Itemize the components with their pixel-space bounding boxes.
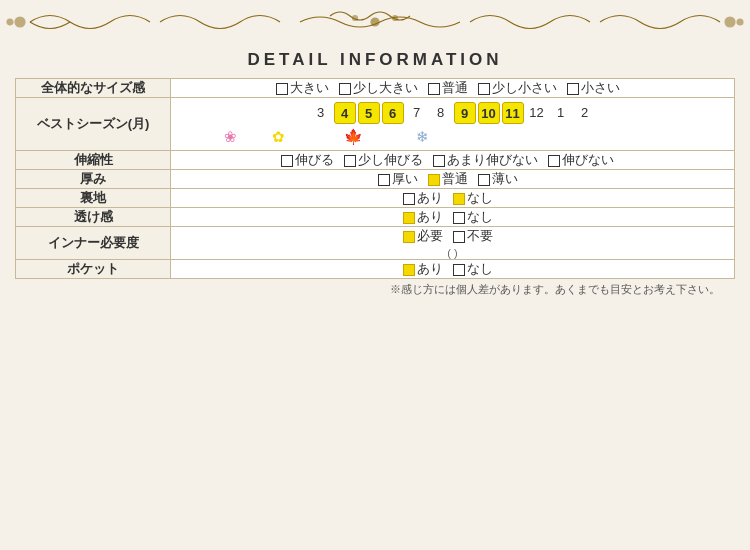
checkbox-item-4-0: あり bbox=[403, 189, 443, 207]
checkbox-item-3-1: 普通 bbox=[428, 170, 468, 188]
checkbox-group-5: ありなし bbox=[171, 208, 734, 226]
checkbox-unchecked[interactable] bbox=[276, 83, 288, 95]
svg-point-1 bbox=[7, 19, 13, 25]
checkbox-unchecked[interactable] bbox=[453, 231, 465, 243]
season-month-11: 11 bbox=[502, 102, 524, 124]
checkbox-label-2-0: 伸びる bbox=[295, 152, 334, 167]
checkbox-unchecked[interactable] bbox=[567, 83, 579, 95]
detail-table: 全体的なサイズ感大きい少し大きい普通少し小さい小さいベストシーズン(月)3456… bbox=[15, 78, 735, 279]
checkbox-label-0-4: 小さい bbox=[581, 80, 620, 95]
winter-icon: ❄ bbox=[416, 128, 429, 146]
checkbox-item-0-3: 少し小さい bbox=[478, 79, 557, 97]
checkbox-label-2-3: 伸びない bbox=[562, 152, 614, 167]
checkbox-label-7-0: あり bbox=[417, 261, 443, 276]
value-cell-7: ありなし bbox=[171, 260, 735, 279]
checkbox-checked[interactable] bbox=[403, 212, 415, 224]
checkbox-unchecked[interactable] bbox=[378, 174, 390, 186]
checkbox-label-0-2: 普通 bbox=[442, 80, 468, 95]
checkbox-item-0-2: 普通 bbox=[428, 79, 468, 97]
label-cell-3: 厚み bbox=[16, 170, 171, 189]
checkbox-item-4-1: なし bbox=[453, 189, 493, 207]
checkbox-label-4-0: あり bbox=[417, 190, 443, 205]
label-cell-0: 全体的なサイズ感 bbox=[16, 79, 171, 98]
checkbox-unchecked[interactable] bbox=[433, 155, 445, 167]
checkbox-unchecked[interactable] bbox=[548, 155, 560, 167]
inner-note: ( ) bbox=[171, 247, 734, 259]
checkbox-unchecked[interactable] bbox=[428, 83, 440, 95]
value-cell-4: ありなし bbox=[171, 189, 735, 208]
season-month-8: 8 bbox=[430, 102, 452, 124]
checkbox-label-5-1: なし bbox=[467, 209, 493, 224]
checkbox-item-2-3: 伸びない bbox=[548, 151, 614, 169]
checkbox-checked[interactable] bbox=[428, 174, 440, 186]
checkbox-checked[interactable] bbox=[403, 231, 415, 243]
checkbox-label-0-3: 少し小さい bbox=[492, 80, 557, 95]
label-cell-2: 伸縮性 bbox=[16, 151, 171, 170]
season-numbers: 345678910111212 bbox=[300, 98, 606, 128]
checkbox-checked[interactable] bbox=[403, 264, 415, 276]
checkbox-label-3-1: 普通 bbox=[442, 171, 468, 186]
checkbox-item-2-1: 少し伸びる bbox=[344, 151, 423, 169]
checkbox-item-3-0: 厚い bbox=[378, 170, 418, 188]
summer-icon: ✿ bbox=[272, 128, 285, 146]
season-container: 345678910111212❀✿🍁❄ bbox=[171, 98, 734, 150]
checkbox-item-0-1: 少し大きい bbox=[339, 79, 418, 97]
checkbox-label-3-0: 厚い bbox=[392, 171, 418, 186]
checkbox-unchecked[interactable] bbox=[478, 83, 490, 95]
footer-note: ※感じ方には個人差があります。あくまでも目安とお考え下さい。 bbox=[15, 279, 735, 297]
checkbox-unchecked[interactable] bbox=[339, 83, 351, 95]
checkbox-label-6-0: 必要 bbox=[417, 228, 443, 243]
checkbox-unchecked[interactable] bbox=[344, 155, 356, 167]
checkbox-item-3-2: 薄い bbox=[478, 170, 518, 188]
checkbox-group-2: 伸びる少し伸びるあまり伸びない伸びない bbox=[171, 151, 734, 169]
checkbox-unchecked[interactable] bbox=[453, 212, 465, 224]
value-cell-1: 345678910111212❀✿🍁❄ bbox=[171, 98, 735, 151]
season-month-3: 3 bbox=[310, 102, 332, 124]
checkbox-label-0-0: 大きい bbox=[290, 80, 329, 95]
value-cell-5: ありなし bbox=[171, 208, 735, 227]
checkbox-label-4-1: なし bbox=[467, 190, 493, 205]
checkbox-unchecked[interactable] bbox=[403, 193, 415, 205]
checkbox-item-2-0: 伸びる bbox=[281, 151, 334, 169]
checkbox-item-6-1: 不要 bbox=[453, 227, 493, 245]
spring-icon: ❀ bbox=[224, 128, 237, 146]
checkbox-item-0-4: 小さい bbox=[567, 79, 620, 97]
checkbox-label-0-1: 少し大きい bbox=[353, 80, 418, 95]
checkbox-unchecked[interactable] bbox=[478, 174, 490, 186]
label-cell-7: ポケット bbox=[16, 260, 171, 279]
season-month-12: 12 bbox=[526, 102, 548, 124]
label-cell-4: 裏地 bbox=[16, 189, 171, 208]
decorative-border-top bbox=[0, 0, 750, 44]
value-cell-0: 大きい少し大きい普通少し小さい小さい bbox=[171, 79, 735, 98]
checkbox-group-3: 厚い普通薄い bbox=[171, 170, 734, 188]
checkbox-label-2-2: あまり伸びない bbox=[447, 152, 538, 167]
season-month-2: 2 bbox=[574, 102, 596, 124]
checkbox-unchecked[interactable] bbox=[281, 155, 293, 167]
svg-point-3 bbox=[737, 19, 743, 25]
checkbox-group-4: ありなし bbox=[171, 189, 734, 207]
checkbox-item-2-2: あまり伸びない bbox=[433, 151, 538, 169]
season-month-9: 9 bbox=[454, 102, 476, 124]
checkbox-group-7: ありなし bbox=[171, 260, 734, 278]
svg-point-2 bbox=[725, 17, 735, 27]
value-cell-3: 厚い普通薄い bbox=[171, 170, 735, 189]
checkbox-label-7-1: なし bbox=[467, 261, 493, 276]
checkbox-label-5-0: あり bbox=[417, 209, 443, 224]
top-ornament bbox=[0, 4, 750, 40]
season-month-4: 4 bbox=[334, 102, 356, 124]
season-month-1: 1 bbox=[550, 102, 572, 124]
season-month-5: 5 bbox=[358, 102, 380, 124]
checkbox-item-6-0: 必要 bbox=[403, 227, 443, 245]
checkbox-item-7-1: なし bbox=[453, 260, 493, 278]
page-title: DETAIL INFORMATION bbox=[247, 44, 502, 78]
value-cell-6: 必要不要( ) bbox=[171, 227, 735, 260]
checkbox-checked[interactable] bbox=[453, 193, 465, 205]
checkbox-item-5-0: あり bbox=[403, 208, 443, 226]
label-cell-6: インナー必要度 bbox=[16, 227, 171, 260]
label-cell-1: ベストシーズン(月) bbox=[16, 98, 171, 151]
svg-point-0 bbox=[15, 17, 25, 27]
svg-point-4 bbox=[371, 18, 379, 26]
season-icons-wrap: ❀✿🍁❄ bbox=[171, 128, 734, 150]
checkbox-item-5-1: なし bbox=[453, 208, 493, 226]
checkbox-unchecked[interactable] bbox=[453, 264, 465, 276]
